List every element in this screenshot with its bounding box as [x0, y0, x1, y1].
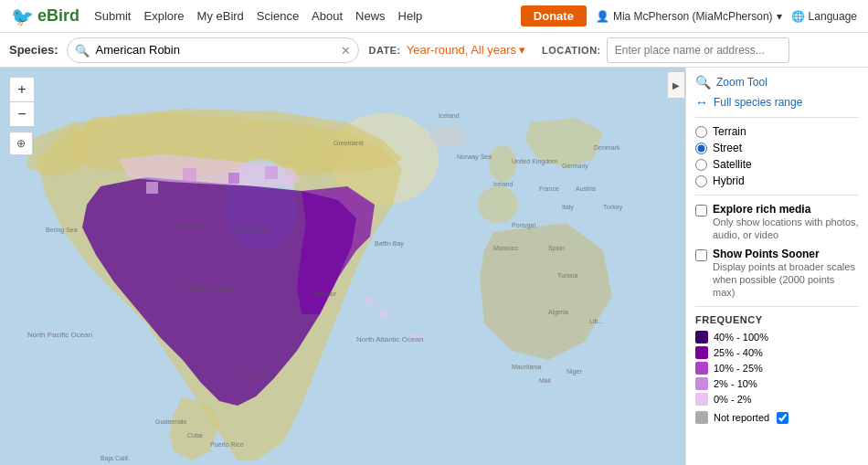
svg-text:North Atlantic Ocean: North Atlantic Ocean — [356, 335, 423, 343]
hybrid-radio[interactable] — [695, 175, 707, 187]
street-label: Street — [713, 142, 742, 154]
nav-explore[interactable]: Explore — [143, 9, 184, 23]
svg-text:Baffin Bay: Baffin Bay — [375, 240, 404, 248]
chevron-right-icon: ▶ — [672, 80, 680, 90]
date-value-button[interactable]: Year-round, All years ▾ — [407, 43, 525, 57]
user-label: Mia McPherson (MiaMcPherson) — [613, 10, 773, 23]
svg-text:Mali: Mali — [539, 377, 551, 384]
explore-rich-item: Explore rich media Only show locations w… — [695, 203, 859, 242]
svg-text:Canada: Canada — [178, 221, 205, 229]
frequency-section: FREQUENCY 40% - 100% 25% - 40% 10% - 25%… — [695, 314, 859, 424]
freq-item-4: 0% - 2% — [695, 393, 859, 406]
terrain-radio[interactable] — [695, 126, 707, 138]
nav-about[interactable]: About — [312, 9, 343, 23]
chevron-down-icon: ▾ — [777, 10, 782, 23]
street-radio[interactable] — [695, 143, 707, 154]
svg-text:Gulf of Mexico: Gulf of Mexico — [228, 372, 276, 380]
nav-science[interactable]: Science — [257, 9, 299, 23]
svg-text:Norway Sea: Norway Sea — [457, 153, 492, 161]
svg-text:France: France — [539, 185, 559, 192]
freq-label-1: 25% - 40% — [714, 347, 763, 358]
date-section: DATE: Year-round, All years ▾ — [368, 43, 525, 57]
freq-item-3: 2% - 10% — [695, 377, 859, 390]
freq-label-3: 2% - 10% — [714, 378, 757, 389]
panel-divider-2 — [695, 195, 859, 196]
not-reported-swatch — [695, 411, 708, 424]
freq-label-2: 10% - 25% — [714, 363, 763, 374]
svg-text:Niger: Niger — [566, 368, 582, 375]
svg-text:Baja Calif.: Baja Calif. — [101, 455, 130, 462]
date-label: DATE: — [368, 45, 400, 56]
svg-text:Morocco: Morocco — [493, 245, 518, 251]
svg-text:Portugal: Portugal — [512, 222, 536, 229]
user-menu[interactable]: 👤 Mia McPherson (MiaMcPherson) ▾ — [596, 10, 782, 23]
svg-text:Labrador: Labrador — [311, 291, 337, 297]
satellite-label: Satellite — [713, 158, 752, 171]
logo-text: eBird — [37, 6, 79, 26]
svg-text:Tunisia: Tunisia — [557, 272, 577, 279]
nav-right: Donate 👤 Mia McPherson (MiaMcPherson) ▾ … — [521, 5, 857, 26]
donate-button[interactable]: Donate — [521, 5, 587, 26]
panel-divider-3 — [695, 306, 859, 307]
svg-text:Iceland: Iceland — [439, 112, 460, 119]
show-points-checkbox[interactable] — [695, 249, 707, 261]
map-area[interactable]: United States Canada Guatemala Cuba Puer… — [0, 68, 685, 465]
freq-swatch-0 — [695, 331, 708, 343]
not-reported-checkbox[interactable] — [777, 412, 789, 424]
nav-submit[interactable]: Submit — [94, 9, 131, 23]
explore-rich-checkbox[interactable] — [695, 205, 707, 217]
full-species-link[interactable]: ↔ Full species range — [695, 95, 859, 110]
nav-news[interactable]: News — [355, 9, 386, 23]
svg-text:Germany: Germany — [562, 163, 588, 170]
species-icon: ↔ — [695, 95, 708, 110]
map-layers-button[interactable]: ⊕ — [9, 132, 33, 155]
zoom-in-button[interactable]: + — [10, 78, 34, 101]
show-points-item: Show Points Sooner Display points at bro… — [695, 248, 859, 300]
map-type-satellite[interactable]: Satellite — [695, 158, 859, 171]
map-type-hybrid[interactable]: Hybrid — [695, 174, 859, 187]
svg-text:Guatemala: Guatemala — [155, 418, 186, 425]
nav-myebird[interactable]: My eBird — [197, 9, 244, 23]
sidebar-toggle-button[interactable]: ▶ — [667, 71, 685, 99]
svg-point-14 — [429, 125, 466, 147]
location-input[interactable] — [607, 37, 789, 63]
clear-icon[interactable]: ✕ — [341, 43, 351, 57]
svg-text:Mauritania: Mauritania — [512, 364, 542, 370]
top-nav: 🐦 eBird Submit Explore My eBird Science … — [0, 0, 868, 33]
bird-icon: 🐦 — [11, 5, 34, 27]
svg-text:Bering Sea: Bering Sea — [46, 227, 78, 234]
species-bar: Species: 🔍 ✕ DATE: Year-round, All years… — [0, 33, 868, 68]
svg-rect-12 — [379, 310, 388, 319]
svg-text:Spain: Spain — [548, 245, 565, 252]
zoom-tool-label: Zoom Tool — [716, 76, 767, 89]
full-species-label: Full species range — [714, 96, 802, 109]
frequency-title: FREQUENCY — [695, 314, 859, 325]
map-type-street[interactable]: Street — [695, 142, 859, 154]
zoom-tool-link[interactable]: 🔍 Zoom Tool — [695, 75, 859, 90]
map-type-terrain[interactable]: Terrain — [695, 125, 859, 138]
language-menu[interactable]: 🌐 Language — [791, 10, 857, 23]
freq-item-0: 40% - 100% — [695, 331, 859, 343]
language-label: Language — [809, 10, 857, 23]
logo[interactable]: 🐦 eBird — [11, 5, 79, 27]
svg-rect-8 — [283, 177, 294, 188]
satellite-radio[interactable] — [695, 159, 707, 171]
svg-text:Denmark: Denmark — [594, 144, 620, 151]
svg-point-10 — [478, 186, 518, 223]
terrain-label: Terrain — [713, 125, 746, 138]
species-search-input[interactable] — [67, 37, 359, 63]
zoom-out-button[interactable]: − — [10, 102, 34, 126]
svg-rect-11 — [365, 296, 375, 305]
svg-text:Greenland: Greenland — [333, 140, 364, 146]
freq-item-1: 25% - 40% — [695, 346, 859, 359]
zoom-controls: + − — [9, 77, 35, 127]
zoom-tool-icon: 🔍 — [695, 75, 711, 90]
nav-links: Submit Explore My eBird Science About Ne… — [94, 9, 422, 23]
show-points-label: Show Points Sooner — [713, 248, 859, 260]
svg-text:Hudson Bay: Hudson Bay — [233, 227, 269, 234]
main-content: United States Canada Guatemala Cuba Puer… — [0, 68, 868, 465]
nav-help[interactable]: Help — [398, 9, 423, 23]
svg-text:Italy: Italy — [562, 204, 574, 211]
panel-divider-1 — [695, 117, 859, 118]
freq-item-2: 10% - 25% — [695, 362, 859, 375]
